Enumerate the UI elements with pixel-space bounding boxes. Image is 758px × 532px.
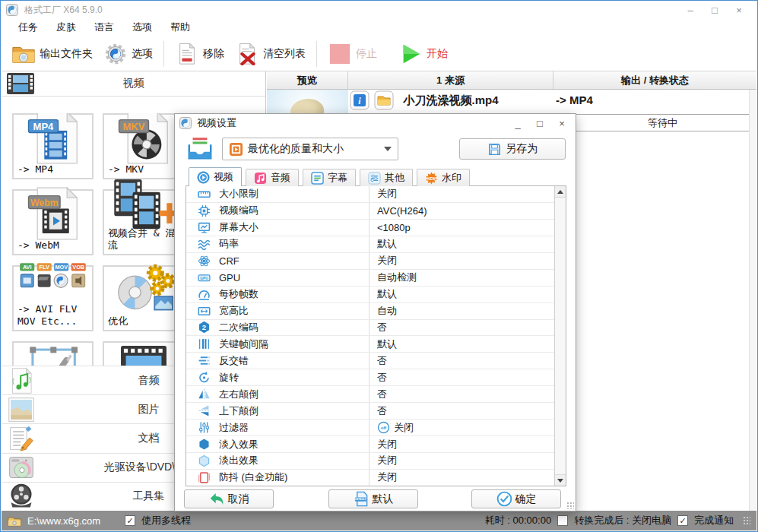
setting-label: 淡入效果 — [219, 438, 258, 451]
multithread-label: 使用多线程 — [141, 514, 191, 527]
settings-table: 大小限制关闭视频编码AVC(H264)屏幕大小<1080p码率默认CRF关闭GP… — [186, 185, 566, 486]
dialog-maximize-button[interactable]: □ — [534, 118, 546, 129]
setting-label-cell: 关键帧间隔 — [186, 336, 369, 352]
setting-value: 否 — [377, 404, 387, 418]
maximize-button[interactable]: □ — [708, 5, 722, 16]
setting-label-cell: 大小限制 — [186, 186, 369, 202]
shutdown-checkbox[interactable] — [557, 515, 568, 526]
setting-row-size-limit[interactable]: 大小限制关闭 — [186, 186, 554, 203]
save-as-button[interactable]: 另存为 — [459, 138, 566, 160]
setting-row-flip-horizontal[interactable]: 左右颠倒否 — [186, 386, 554, 403]
tab-0[interactable]: 视频 — [189, 167, 242, 186]
toolbar-start-button[interactable]: 开始 — [393, 40, 453, 68]
svg-text:GPU: GPU — [200, 277, 208, 280]
setting-value-cell: AVC(H264) — [369, 203, 554, 219]
source-filename[interactable]: 小刀洗澡视频.mp4 — [348, 93, 553, 108]
ok-button[interactable]: 确定 — [471, 489, 561, 508]
setting-value: 关闭 — [377, 438, 397, 451]
setting-label-cell: 防抖 (白金功能) — [186, 470, 369, 486]
size-limit-icon — [198, 188, 211, 201]
setting-row-encoder[interactable]: 视频编码AVC(H264) — [186, 203, 554, 220]
window-resize-grip[interactable] — [743, 516, 750, 525]
multithread-checkbox[interactable]: ✓ — [125, 515, 135, 526]
menu-item-4[interactable]: 帮助 — [167, 19, 193, 36]
setting-row-fps[interactable]: 每秒帧数默认 — [186, 287, 554, 303]
notify-checkbox[interactable]: ✓ — [677, 515, 688, 526]
setting-row-stabilize[interactable]: 防抖 (白金功能)关闭 — [186, 470, 554, 486]
toolbar-output-folder-button[interactable]: 输出文件夹 — [6, 40, 98, 68]
menu-item-0[interactable]: 任务 — [15, 19, 41, 36]
setting-value-cell: 否 — [369, 353, 554, 369]
preset-dropdown[interactable]: 最优化的质量和大小 — [222, 138, 398, 160]
toolbar-button-label: 停止 — [356, 47, 377, 61]
file-list-scrollbar[interactable] — [749, 90, 756, 511]
format-tile--mkv[interactable]: MKV-> MKV — [103, 113, 184, 179]
format-tile--[interactable]: 视频合并 & 混流 — [103, 189, 184, 255]
setting-label: 防抖 (白金功能) — [219, 470, 287, 484]
close-button[interactable]: × — [732, 5, 746, 16]
toolbar-stop-button[interactable]: 停止 — [322, 40, 382, 68]
setting-row-bitrate[interactable]: 码率默认 — [186, 236, 554, 253]
setting-row-rotate[interactable]: 旋转否 — [186, 369, 554, 386]
format-tile--webm[interactable]: Webm-> WebM — [12, 189, 94, 255]
toolbar-remove-button[interactable]: 移除 — [170, 40, 230, 68]
format-tile-7[interactable] — [103, 341, 184, 366]
toolbar-clear-list-button[interactable]: 清空列表 — [230, 40, 311, 68]
default-button[interactable]: DEFAULT 默认 — [328, 489, 418, 508]
format-tile--avi-flv-mov-etc-[interactable]: AVIFLVMOVVOB-> AVI FLV MOV Etc... — [12, 265, 94, 331]
setting-row-aspect-ratio[interactable]: 宽高比自动 — [186, 303, 554, 320]
file-mkv-icon: MKV — [104, 118, 182, 157]
setting-row-crf[interactable]: CRF关闭 — [186, 253, 554, 270]
cancel-button[interactable]: 取消 — [184, 489, 274, 508]
film-reel-icon — [8, 483, 35, 510]
scroll-up-button[interactable] — [555, 186, 566, 198]
tab-3[interactable]: 其他 — [360, 169, 413, 186]
setting-row-screen-size[interactable]: 屏幕大小<1080p — [186, 220, 554, 236]
tab-label: 字幕 — [328, 171, 347, 185]
menu-item-1[interactable]: 皮肤 — [53, 19, 79, 36]
setting-label-cell: 旋转 — [186, 369, 369, 385]
preset-box-icon — [184, 135, 216, 163]
svg-text:VOB: VOB — [72, 264, 84, 271]
output-path[interactable]: E:\www.x6g.com — [27, 515, 100, 527]
setting-row-gpu[interactable]: GPUGPU自动检测 — [186, 270, 554, 287]
sidebar-category-video[interactable]: 视频 — [2, 71, 265, 97]
menu-item-2[interactable]: 语言 — [91, 19, 117, 36]
film-tools-icon — [104, 346, 182, 366]
setting-row-filter[interactable]: 过滤器off关闭 — [186, 420, 554, 436]
scroll-down-button[interactable] — [555, 474, 566, 486]
setting-row-deinterlace[interactable]: 反交错否 — [186, 353, 554, 369]
svg-text:NEW: NEW — [427, 176, 436, 180]
setting-label-cell: 淡入效果 — [186, 436, 369, 452]
file-mp4-icon: MP4 — [14, 118, 92, 157]
setting-value: 自动 — [377, 304, 397, 318]
menu-item-3[interactable]: 选项 — [129, 19, 155, 36]
app-logo-icon — [6, 4, 18, 16]
toolbar-options-button[interactable]: 选项 — [98, 40, 158, 68]
setting-row-flip-vertical[interactable]: 上下颠倒否 — [186, 403, 554, 420]
tab-1[interactable]: 音频 — [246, 169, 299, 186]
setting-row-fade-out[interactable]: 淡出效果关闭 — [186, 453, 554, 470]
dialog-close-button[interactable]: × — [556, 118, 568, 129]
setting-row-fade-in[interactable]: 淡入效果关闭 — [186, 436, 554, 453]
format-tile--mp4[interactable]: MP4-> MP4 — [12, 113, 94, 179]
setting-row-two-pass[interactable]: 2二次编码否 — [186, 320, 554, 337]
dialog-minimize-button[interactable]: _ — [512, 118, 524, 129]
format-tile--[interactable]: 优化 — [103, 265, 184, 331]
setting-label: 淡出效果 — [219, 454, 258, 467]
dialog-title: 视频设置 — [197, 116, 236, 130]
setting-label: 大小限制 — [219, 187, 258, 201]
minimize-button[interactable]: – — [683, 5, 697, 16]
setting-value-cell: 默认 — [369, 287, 554, 302]
format-tile-6[interactable] — [12, 341, 94, 366]
setting-label-cell: 宽高比 — [186, 303, 369, 319]
setting-value: 默认 — [377, 237, 397, 251]
setting-label: 视频编码 — [219, 204, 258, 217]
settings-scrollbar[interactable] — [554, 186, 566, 486]
tab-4[interactable]: NEW水印 — [417, 169, 470, 186]
start-icon — [398, 43, 423, 65]
save-icon — [487, 142, 502, 157]
tab-2[interactable]: 字幕 — [303, 169, 356, 186]
setting-row-keyframe-interval[interactable]: 关键帧间隔默认 — [186, 336, 554, 353]
dialog-resize-grip[interactable] — [566, 502, 574, 509]
